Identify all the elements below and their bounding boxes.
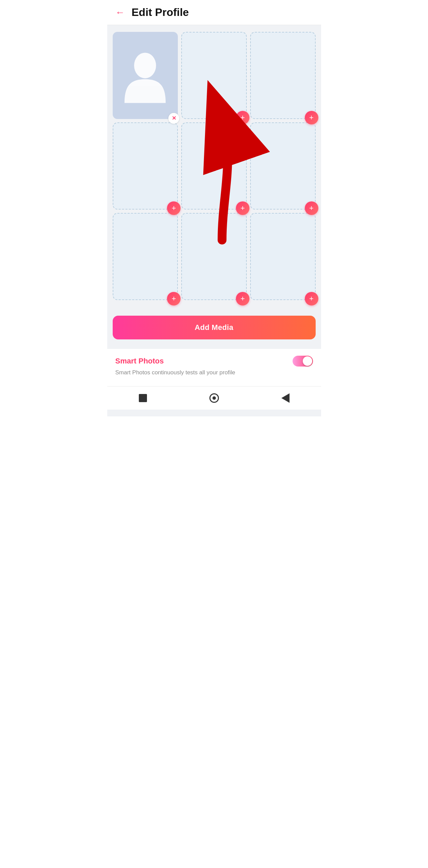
stop-icon (139, 394, 147, 402)
add-media-button[interactable]: Add Media (113, 316, 316, 339)
svg-point-0 (134, 53, 156, 78)
photo-cell-6[interactable]: + (113, 213, 178, 300)
photo-cell-inner-8 (250, 213, 316, 300)
avatar-placeholder (113, 32, 178, 119)
home-icon (209, 393, 219, 403)
add-photo-button-1[interactable]: + (236, 111, 249, 124)
photo-cell-inner-2 (250, 32, 316, 119)
photo-cell-8[interactable]: + (250, 213, 316, 300)
toggle-thumb (303, 356, 312, 366)
photo-cell-7[interactable]: + (181, 213, 247, 300)
photo-cell-0[interactable]: ✕ (113, 32, 178, 119)
photo-cell-1[interactable]: + (181, 32, 247, 119)
photo-cell-inner-0 (113, 32, 178, 119)
header: ← Edit Profile (107, 0, 321, 25)
toggle-track (293, 356, 313, 367)
photo-cell-inner-5 (250, 122, 316, 210)
add-photo-button-3[interactable]: + (167, 201, 181, 215)
remove-photo-button-0[interactable]: ✕ (168, 113, 179, 124)
photo-cell-3[interactable]: + (113, 122, 178, 210)
back-icon (281, 393, 290, 403)
photo-cell-2[interactable]: + (250, 32, 316, 119)
bottom-navigation (107, 386, 321, 410)
photo-cell-4[interactable]: + (181, 122, 247, 210)
photo-grid-wrapper: ✕ + + + + (113, 32, 316, 300)
smart-photos-description: Smart Photos continuously tests all your… (115, 369, 313, 376)
add-photo-button-5[interactable]: + (305, 201, 318, 215)
add-photo-button-7[interactable]: + (236, 292, 249, 305)
avatar-icon (122, 45, 168, 106)
nav-stop-button[interactable] (137, 393, 148, 403)
photo-cell-inner-4 (181, 122, 247, 210)
photo-cell-inner-1 (181, 32, 247, 119)
photo-cell-inner-7 (181, 213, 247, 300)
add-photo-button-8[interactable]: + (305, 292, 318, 305)
add-photo-button-4[interactable]: + (236, 201, 249, 215)
smart-photos-row: Smart Photos (115, 356, 313, 367)
back-button[interactable]: ← (115, 8, 125, 17)
spacer (113, 305, 316, 316)
nav-home-button[interactable] (209, 393, 220, 403)
photo-cell-5[interactable]: + (250, 122, 316, 210)
smart-photos-toggle[interactable] (293, 356, 313, 367)
nav-back-button[interactable] (280, 393, 291, 403)
photo-cell-inner-6 (113, 213, 178, 300)
page-title: Edit Profile (132, 6, 189, 19)
photo-cell-inner-3 (113, 122, 178, 210)
smart-photos-section: Smart Photos Smart Photos continuously t… (107, 349, 321, 386)
smart-photos-label: Smart Photos (115, 357, 164, 366)
photo-grid: ✕ + + + + (113, 32, 316, 300)
add-photo-button-6[interactable]: + (167, 292, 181, 305)
add-photo-button-2[interactable]: + (305, 111, 318, 124)
main-content: ✕ + + + + (107, 25, 321, 416)
